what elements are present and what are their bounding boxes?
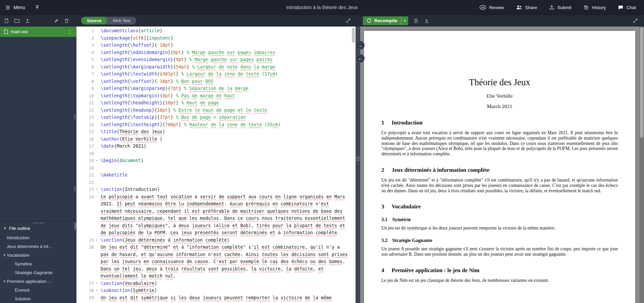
pdf-fullscreen-icon[interactable] [633,18,638,23]
code-line[interactable]: 8\setlength{\voffset}{-18pt} % Bon pour … [76,78,349,85]
outline-item[interactable]: Énoncé [0,286,76,294]
outline-item[interactable]: ▼Première application :... [0,277,76,286]
recompile-button[interactable]: Recompile [363,16,401,25]
editor-mode-toggle: Source Rich Text [81,17,136,24]
fold-arrow-icon[interactable]: ▾ [94,237,99,244]
chevron-down-icon[interactable]: ▼ [2,253,7,257]
pdf-preview[interactable]: Théorie des Jeux Elie Verhille March 202… [360,27,644,303]
code-line[interactable]: 24Ce polycopié a avant tout vocation à s… [76,193,349,237]
compile-log-icon[interactable] [414,18,419,23]
code-line[interactable]: 7\setlength{\textwidth}{481pt} % Largeur… [76,70,349,78]
code-line[interactable]: 3\setlength{\hoffset}{-18pt} [76,42,349,49]
share-button[interactable]: Share [516,5,537,10]
jump-to-code-button[interactable]: ← [356,54,365,63]
outline-item[interactable]: Stratégie Gagnante [0,268,76,277]
review-button[interactable]: AB Review [479,5,504,10]
fold-arrow-icon[interactable]: ▾ [94,157,99,164]
history-button[interactable]: History [583,5,606,10]
pdf-paragraph: Ce polycopié a avant tout vocation à ser… [381,130,618,157]
editor-scrollbar-thumb[interactable] [352,28,355,43]
file-item-main-tex[interactable]: main.tex ⋮ [0,27,76,37]
line-number: 18 [76,150,94,157]
recompile-dropdown-caret[interactable]: ▾ [401,16,408,25]
jump-to-pdf-button[interactable]: → [356,41,365,50]
code-line[interactable]: 27▾\section{Vocabulaire} [76,280,349,287]
chevron-down-icon[interactable]: ▼ [2,280,7,283]
line-number: 12 [76,107,94,114]
code-line[interactable]: 26Un jeu est dit "déterminé" et à "infor… [76,244,349,280]
pdf-scrollbar-thumb[interactable] [640,27,643,138]
gutter: 11 [76,99,101,107]
outline-item[interactable]: Symétrie [0,259,76,268]
file-outline-header[interactable]: ▼ File outline [0,224,76,233]
outline-item[interactable]: Jeux déterminés à inf... [0,242,76,251]
menu-button[interactable]: Menu [5,5,25,10]
outline-item-label: Stratégie Gagnante [15,270,53,275]
outline-item-label: Introduction [7,235,30,240]
line-number: 9 [76,85,94,92]
code-text: \setlength{\marginparwidth}{54pt} % Larg… [101,63,349,71]
chevron-down-icon[interactable]: ▼ [3,226,7,230]
outline-item[interactable]: Introduction [0,233,76,242]
pane-resizer[interactable] [356,27,360,303]
code-line[interactable]: 9\setlength{\marginparsep}{7pt} % Sépara… [76,85,349,92]
sidebar-resize-handle[interactable] [74,114,77,119]
code-line[interactable]: 17\date{March 2021} [76,143,349,150]
code-line[interactable]: 23▾\section{Introduction} [76,186,349,193]
code-line[interactable]: 1\documentclass{article} [76,27,349,35]
file-name: main.tex [11,29,28,34]
file-menu-kebab-icon[interactable]: ⋮ [67,29,72,35]
gutter: 18 [76,150,101,157]
code-line[interactable]: 12\setlength{\headsep}{10pt} % Entre le … [76,107,349,114]
submit-button[interactable]: Submit [549,5,571,10]
upload-file-icon[interactable] [25,18,30,23]
outline-resize-handle[interactable] [0,221,76,224]
outline-item-label: Énoncé [15,288,30,293]
code-line[interactable]: 20 [76,164,349,172]
line-number: 22 [76,179,94,186]
delete-trash-icon[interactable] [64,18,69,23]
code-line[interactable]: 6\setlength{\marginparwidth}{54pt} % Lar… [76,63,349,71]
new-folder-icon[interactable] [14,18,20,23]
code-line[interactable]: 16\author{Elie Verhille } [76,136,349,143]
code-line[interactable]: 28▾\subsection{Symétrie} [76,287,349,294]
outline-item[interactable]: ▼Vocabulaire [0,251,76,259]
code-text [101,150,349,157]
gutter: 1 [76,27,101,35]
code-line[interactable]: 5\setlength{\evensidemargin}{9pt} % Marg… [76,56,349,63]
fold-arrow-icon[interactable]: ▾ [94,287,99,294]
refresh-icon [367,18,372,23]
code-text: \subsection{Symétrie} [101,287,349,294]
code-line[interactable]: 21\maketitle [76,171,349,179]
line-number: 25 [76,237,94,244]
code-line[interactable]: 4\setlength{\oddsidemargin}{0pt} % Marge… [76,49,349,56]
code-line[interactable]: 19▾\begin{document} [76,157,349,164]
code-line[interactable]: 29Un jeu est dit symétrique si les deux … [76,294,349,302]
code-line[interactable]: 10\setlength{\topmargin}{0pt} % Pas de m… [76,92,349,100]
code-line[interactable]: 14\setlength{\textheight}{708pt} % Haute… [76,121,349,129]
chat-button[interactable]: Chat [618,5,636,10]
editor-pdf-resize-handle[interactable] [357,157,359,161]
code-line[interactable]: 22 [76,179,349,186]
sidebar-resize-handle[interactable] [74,187,77,191]
outline-scrollbar-thumb[interactable] [74,222,76,230]
outline-item[interactable]: Solution [0,294,76,303]
editor-fullscreen-icon[interactable] [346,18,351,23]
code-line[interactable]: 18 [76,150,349,157]
rename-pencil-icon[interactable] [54,18,59,23]
line-number: 3 [76,42,94,49]
new-file-icon[interactable] [4,18,9,23]
fold-arrow-icon[interactable]: ▾ [94,280,99,287]
source-mode-button[interactable]: Source [81,17,107,24]
up-arrow-icon[interactable] [35,5,40,10]
code-line[interactable]: 2\usepackage[utf8]{inputenc} [76,35,349,42]
rich-text-mode-button[interactable]: Rich Text [107,17,136,24]
code-line[interactable]: 13\setlength{\footskip}{37pt} % Bas de p… [76,114,349,121]
pdf-scrollbar-track[interactable] [639,27,644,303]
source-editor[interactable]: 1\documentclass{article}2\usepackage[utf… [76,27,356,303]
download-pdf-icon[interactable] [424,18,429,23]
fold-arrow-icon[interactable]: ▾ [94,186,99,193]
code-line[interactable]: 25▾\section{Jeux déterminés à informatio… [76,237,349,244]
code-line[interactable]: 15\title{Théorie des Jeux} [76,128,349,136]
code-line[interactable]: 11\setlength{\headheight}{10pt} % Haut d… [76,99,349,107]
